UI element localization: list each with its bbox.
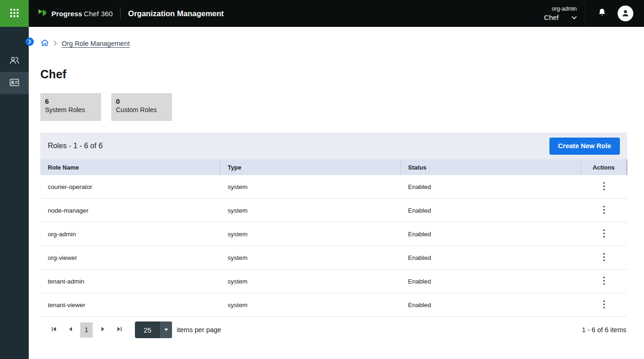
pagination-range-label: 1 - 6 of 6 items	[582, 326, 626, 334]
user-avatar-icon	[620, 8, 631, 19]
table-header-row: Role Name Type Status Actions	[40, 159, 627, 175]
sidebar-expand-button[interactable]	[26, 38, 34, 46]
brand-logo: Progress Chef 360	[37, 7, 113, 19]
app-title: Organization Management	[128, 9, 223, 18]
kebab-menu-icon	[603, 300, 605, 310]
page-title: Chef	[40, 68, 627, 81]
roles-table: Roles - 1 - 6 of 6 Create New Role Role …	[40, 132, 627, 343]
cell-actions	[581, 250, 627, 265]
row-actions-kebab-button[interactable]	[599, 297, 610, 313]
sidebar-item-org-roles[interactable]	[0, 72, 29, 94]
stat-value: 0	[116, 97, 167, 105]
row-actions-kebab-button[interactable]	[599, 203, 610, 218]
dropdown-caret-icon	[160, 321, 172, 338]
breadcrumb-separator-icon	[54, 39, 57, 48]
org-switcher-button[interactable]: org-admin Chef	[544, 6, 577, 21]
stat-label: Custom Roles	[116, 106, 167, 113]
table-title-band: Roles - 1 - 6 of 6 Create New Role	[40, 132, 627, 159]
stat-label: System Roles	[45, 106, 96, 113]
cell-status: Enabled	[401, 183, 581, 190]
table-title: Roles - 1 - 6 of 6	[48, 142, 102, 150]
pagination-page-1-button[interactable]: 1	[80, 322, 93, 338]
pagination-next-page-button[interactable]	[97, 323, 109, 337]
top-bar: Progress Chef 360 Organization Managemen…	[0, 0, 644, 27]
cell-role-name: org-admin	[40, 231, 220, 238]
waffle-grid-icon	[10, 8, 19, 19]
table-footer: 1 25 items per page 1 - 6 of 6 items	[40, 317, 627, 343]
users-icon	[9, 55, 20, 67]
row-actions-kebab-button[interactable]	[599, 227, 610, 242]
chevron-right-icon	[28, 38, 32, 45]
cell-actions	[581, 227, 627, 242]
role-badge-icon	[9, 77, 20, 89]
sidebar-item-users[interactable]	[0, 50, 29, 72]
table-row: tenant-viewer system Enabled	[40, 293, 627, 317]
prev-page-icon	[68, 326, 73, 334]
app-launcher-button[interactable]	[0, 0, 29, 27]
kebab-menu-icon	[603, 206, 605, 215]
pagination-last-page-button[interactable]	[113, 323, 125, 337]
cell-type: system	[220, 302, 401, 309]
row-actions-kebab-button[interactable]	[599, 274, 610, 289]
cell-role-name: courier-operator	[40, 183, 220, 190]
cell-status: Enabled	[401, 302, 581, 309]
cell-type: system	[220, 231, 401, 238]
table-row: org-viewer system Enabled	[40, 246, 627, 270]
breadcrumb: Org Role Management	[40, 39, 627, 48]
next-page-icon	[101, 326, 106, 334]
cell-type: system	[220, 183, 401, 190]
last-page-icon	[116, 326, 122, 334]
breadcrumb-home-button[interactable]	[40, 38, 49, 49]
cell-role-name: org-viewer	[40, 254, 220, 261]
sidebar	[0, 27, 29, 359]
page-size-dropdown[interactable]: 25	[135, 321, 172, 338]
main-content: Org Role Management Chef 6 System Roles …	[29, 27, 644, 359]
kebab-menu-icon	[603, 277, 605, 286]
cell-role-name: node-manager	[40, 207, 220, 214]
table-row: org-admin system Enabled	[40, 222, 627, 246]
row-actions-kebab-button[interactable]	[599, 250, 610, 265]
cell-actions	[581, 297, 627, 313]
pagination-first-page-button[interactable]	[48, 323, 60, 337]
first-page-icon	[51, 326, 57, 334]
cell-role-name: tenant-admin	[40, 278, 220, 285]
cell-status: Enabled	[401, 207, 581, 214]
stat-card-system-roles: 6 System Roles	[40, 93, 101, 121]
kebab-menu-icon	[603, 182, 605, 192]
cell-status: Enabled	[401, 231, 581, 238]
breadcrumb-link-org-role-management[interactable]: Org Role Management	[62, 40, 130, 47]
cell-type: system	[220, 254, 401, 261]
create-new-role-button[interactable]: Create New Role	[549, 138, 620, 155]
column-header-type: Type	[220, 159, 401, 175]
column-header-actions: Actions	[581, 159, 626, 175]
cell-status: Enabled	[401, 278, 581, 285]
cell-role-name: tenant-viewer	[40, 302, 220, 309]
home-icon	[40, 38, 49, 49]
kebab-menu-icon	[603, 229, 605, 239]
user-avatar-button[interactable]	[618, 6, 633, 21]
user-role-label: org-admin	[552, 6, 577, 12]
chevron-down-icon	[572, 14, 577, 21]
cell-type: system	[220, 207, 401, 214]
row-actions-kebab-button[interactable]	[599, 179, 610, 195]
stats-row: 6 System Roles 0 Custom Roles	[40, 93, 627, 121]
pagination-prev-page-button[interactable]	[64, 323, 76, 337]
cell-actions	[581, 274, 627, 289]
items-per-page-label: items per page	[177, 326, 221, 334]
cell-type: system	[220, 278, 401, 285]
table-row: tenant-admin system Enabled	[40, 270, 627, 293]
cell-status: Enabled	[401, 254, 581, 261]
progress-logo-icon	[37, 7, 47, 19]
page-size-value: 25	[135, 326, 160, 334]
cell-actions	[581, 179, 627, 195]
cell-actions	[581, 203, 627, 218]
brand-text: Progress Chef 360	[51, 10, 113, 18]
table-body: courier-operator system Enabled	[40, 175, 627, 317]
stat-value: 6	[45, 97, 96, 105]
kebab-menu-icon	[603, 253, 605, 263]
org-name-label: Chef	[544, 13, 559, 21]
stat-card-custom-roles: 0 Custom Roles	[111, 93, 172, 121]
table-row: node-manager system Enabled	[40, 199, 627, 222]
table-row: courier-operator system Enabled	[40, 175, 627, 199]
notifications-button[interactable]	[595, 6, 609, 21]
